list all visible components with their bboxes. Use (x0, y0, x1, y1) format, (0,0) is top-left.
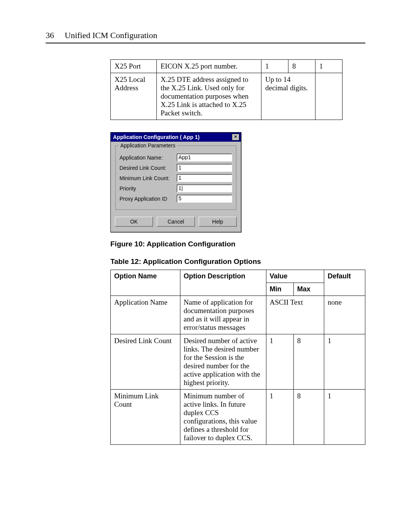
header-rule (46, 43, 365, 43)
cell-default (315, 73, 342, 120)
table-row: X25 Local Address X.25 DTE address assig… (111, 73, 342, 120)
form-row: Minimum Link Count: 1 (119, 174, 232, 182)
page: 36 Unified ICM Configuration X25 Port EI… (0, 0, 411, 468)
priority-input[interactable]: 1| (177, 184, 232, 192)
minimum-link-count-input[interactable]: 1 (177, 174, 232, 182)
application-name-input[interactable]: App1 (177, 153, 232, 161)
header-value: Value (266, 270, 324, 283)
close-icon[interactable]: × (232, 134, 239, 141)
minimum-link-count-label: Minimum Link Count: (119, 175, 177, 181)
cell-option-desc: EICON X.25 port number. (157, 60, 261, 73)
cell-default: 1 (315, 60, 342, 73)
cell-option-desc: Desired number of active links. The desi… (180, 334, 266, 390)
cell-max: 8 (293, 390, 324, 445)
cell-max: 8 (288, 60, 315, 73)
table-row: Desired Link Count Desired number of act… (111, 334, 365, 390)
help-button[interactable]: Help (199, 217, 237, 227)
table-header-row: Option Name Option Description Value Def… (111, 270, 365, 283)
header-default: Default (324, 270, 365, 296)
form-row: Desired Link Count: 1 (119, 164, 232, 172)
cell-default: 1 (324, 334, 365, 390)
cell-default: 1 (324, 390, 365, 445)
ok-button[interactable]: OK (115, 217, 153, 227)
table-row: Application Name Name of application for… (111, 296, 365, 334)
application-name-label: Application Name: (119, 155, 177, 161)
desired-link-count-input[interactable]: 1 (177, 164, 232, 172)
cell-min: 1 (261, 60, 288, 73)
application-configuration-options-table: Option Name Option Description Value Def… (110, 270, 365, 445)
dialog-body: Application Parameters Application Name:… (111, 142, 241, 232)
cell-option-name: Application Name (111, 296, 180, 334)
priority-label: Priority (119, 185, 177, 192)
table-row: Minimum Link Count Minimum number of act… (111, 390, 365, 445)
form-row: Proxy Application ID 5 (119, 195, 232, 203)
application-configuration-dialog: Application Configuration ( App 1) × App… (110, 132, 241, 232)
cell-option-name: X25 Port (111, 60, 157, 73)
cell-min: 1 (266, 334, 293, 390)
groupbox-label: Application Parameters (119, 142, 177, 149)
table-row: X25 Port EICON X.25 port number. 1 8 1 (111, 60, 342, 73)
cell-max: 8 (293, 334, 324, 390)
dialog-title: Application Configuration ( App 1) (113, 134, 199, 140)
dialog-button-row: OK Cancel Help (115, 217, 236, 227)
proxy-application-id-label: Proxy Application ID (119, 196, 177, 202)
cell-min: 1 (266, 390, 293, 445)
figure-caption: Figure 10: Application Configuration (110, 240, 365, 248)
table-caption: Table 12: Application Configuration Opti… (110, 257, 365, 266)
x25-options-table: X25 Port EICON X.25 port number. 1 8 1 X… (110, 59, 342, 120)
header-option-description: Option Description (180, 270, 266, 296)
page-header: 36 Unified ICM Configuration (46, 30, 365, 40)
header-option-name: Option Name (111, 270, 180, 296)
page-title: Unified ICM Configuration (65, 30, 157, 40)
cancel-button[interactable]: Cancel (157, 217, 195, 227)
cell-value: ASCII Text (266, 296, 324, 334)
proxy-application-id-input[interactable]: 5 (177, 195, 232, 203)
form-row: Priority 1| (119, 184, 232, 192)
cell-value-range: Up to 14 decimal digits. (261, 73, 315, 120)
cell-default: none (324, 296, 365, 334)
cell-option-desc: X.25 DTE address assigned to the X.25 Li… (157, 73, 261, 120)
cell-option-name: X25 Local Address (111, 73, 157, 120)
cell-option-name: Desired Link Count (111, 334, 180, 390)
cell-option-name: Minimum Link Count (111, 390, 180, 445)
application-parameters-groupbox: Application Parameters Application Name:… (115, 145, 236, 210)
dialog-titlebar: Application Configuration ( App 1) × (111, 133, 241, 142)
page-number: 36 (46, 30, 54, 40)
form-row: Application Name: App1 (119, 153, 232, 161)
header-min: Min (266, 283, 293, 296)
cell-option-desc: Minimum number of active links. In futur… (180, 390, 266, 445)
cell-option-desc: Name of application for documentation pu… (180, 296, 266, 334)
desired-link-count-label: Desired Link Count: (119, 165, 177, 171)
header-max: Max (293, 283, 324, 296)
